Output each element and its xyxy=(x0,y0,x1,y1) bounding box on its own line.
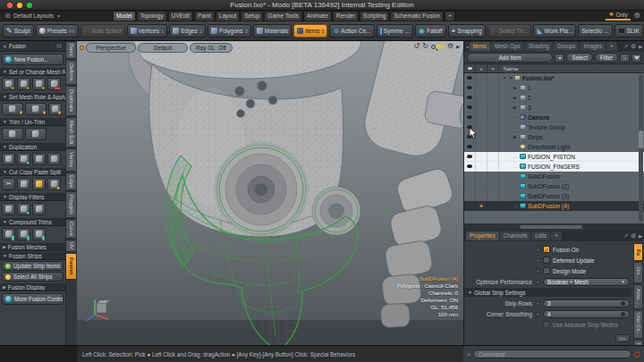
list-item[interactable]: ▶2 xyxy=(464,93,644,103)
key-icon[interactable] xyxy=(438,46,445,48)
symmetry-button[interactable]: Symme ... xyxy=(377,24,413,38)
expander-closed-icon[interactable]: ▶ xyxy=(513,85,518,90)
scrollbar-handle[interactable] xyxy=(639,130,643,148)
list-item[interactable]: ▶Strips xyxy=(464,132,644,142)
list-item[interactable]: ▶1 xyxy=(464,83,644,93)
vertices-mode-button[interactable]: Vertices1 xyxy=(127,24,167,38)
duplicate-a-button[interactable] xyxy=(2,153,15,165)
gear-icon[interactable]: ⚙ xyxy=(631,232,636,240)
list-item[interactable]: →SubDFusion (3) xyxy=(464,191,644,201)
tab-layout[interactable]: Layout xyxy=(216,11,241,21)
new-fusion-button[interactable]: New Fusion... xyxy=(2,54,64,65)
rail-tab-deform[interactable]: Deform xyxy=(66,60,77,85)
rail-tab-display[interactable]: Dis... xyxy=(633,262,643,283)
auto-select-button[interactable]: Auto Select xyxy=(80,24,125,38)
compound-b-button[interactable]: ▮ xyxy=(17,228,30,240)
list-item[interactable]: →Texture Group xyxy=(464,122,644,132)
visibility-eye-icon[interactable] xyxy=(464,162,476,171)
duplicate-b-button[interactable]: ● xyxy=(17,153,30,165)
tab-model[interactable]: Model xyxy=(113,11,136,21)
rail-tab-vertex[interactable]: Vertex xyxy=(66,148,77,172)
split-button[interactable]: ▸ xyxy=(47,178,61,190)
section-trim-untrim[interactable]: ▼Trim / Un-Trim xyxy=(0,117,65,126)
rail-tab-assembly[interactable]: Asse... xyxy=(633,284,643,309)
rail-tab-curve[interactable]: Curve xyxy=(66,219,77,239)
section-set-mesh-role-apply[interactable]: ▼Set Mesh Role & Apply xyxy=(0,92,65,101)
tab-mesh-ops[interactable]: Mesh Ops xyxy=(491,42,524,51)
filter-button[interactable]: Filter xyxy=(595,53,618,63)
close-window-icon[interactable] xyxy=(7,3,13,8)
rail-tab-fusion[interactable]: Fusion xyxy=(66,253,77,280)
visibility-eye-icon[interactable] xyxy=(464,73,476,82)
snapping-button[interactable]: +Snapping xyxy=(448,24,486,38)
tab-add-properties[interactable]: + xyxy=(551,232,562,240)
render-column-icon[interactable]: ▪ xyxy=(487,64,499,72)
tab-items[interactable]: Items xyxy=(470,42,490,51)
role-primary-add-button[interactable]: + xyxy=(2,78,15,90)
tab-channels[interactable]: Channels xyxy=(500,232,531,240)
tab-add-panel[interactable]: + xyxy=(606,42,617,51)
filter-funnel-button[interactable] xyxy=(631,54,641,63)
add-layer-icon[interactable]: + xyxy=(479,203,483,209)
section-cut-copy-paste-split[interactable]: ▼Cut Copy Paste Split xyxy=(0,167,65,176)
mini-slider-icon[interactable] xyxy=(621,301,625,306)
panel-scroll-left-icon[interactable]: ◂ xyxy=(466,44,469,49)
section-fusion-meshes[interactable]: ▶Fusion Meshes xyxy=(0,242,65,251)
items-mode-button[interactable]: Items5 xyxy=(293,24,327,38)
rail-tab-basic[interactable]: Basic xyxy=(66,41,77,59)
expand-arrow-icon[interactable]: ▶ xyxy=(456,43,460,50)
apply-primary-button[interactable]: ▾ xyxy=(2,103,23,115)
viewport-tab-default[interactable]: Default xyxy=(138,43,188,53)
fusion-on-checkbox[interactable]: ✓ xyxy=(543,246,550,253)
tab-schematic-fusion[interactable]: Schematic Fusion xyxy=(390,11,444,21)
presets-button[interactable]: PresetsF6 xyxy=(36,24,79,38)
list-item-current[interactable]: + →SubDFusion (4) xyxy=(464,201,644,211)
filter-a-button[interactable] xyxy=(2,203,15,215)
scrollbar-handle[interactable] xyxy=(520,225,582,229)
tab-groups[interactable]: Groups xyxy=(554,42,580,51)
zoom-icon[interactable] xyxy=(431,45,436,49)
add-item-dropdown[interactable]: Add Item xyxy=(467,53,553,63)
duplicate-d-button[interactable] xyxy=(47,153,61,165)
viewport-tab-raygl[interactable]: Ray GL: Off xyxy=(190,43,233,53)
section-compound-trims[interactable]: ▼Compound Trims xyxy=(0,217,65,226)
channel-dot-icon[interactable] xyxy=(536,269,540,274)
untrim-button[interactable] xyxy=(25,128,47,140)
add-item-caret[interactable]: ▾ xyxy=(555,54,564,63)
tab-animate[interactable]: Animate xyxy=(303,11,332,21)
tab-topology[interactable]: Topology xyxy=(137,11,167,21)
rail-tab-uv[interactable]: UV xyxy=(66,240,77,252)
cut-button[interactable]: ✂ xyxy=(2,178,15,190)
apply-intersect-button[interactable]: ▾ xyxy=(48,103,62,115)
expander-open-icon[interactable]: ▼ xyxy=(502,75,507,80)
panel-arrow-icon[interactable]: ▶ xyxy=(639,44,642,49)
more-fusion-controls-button[interactable]: More Fusion Controls... xyxy=(2,293,64,305)
visibility-eye-icon[interactable] xyxy=(464,83,476,92)
role-remove-button[interactable]: ▬ xyxy=(47,78,61,90)
list-item[interactable]: ▶3 xyxy=(464,103,644,113)
orbit-right-icon[interactable]: ↻ xyxy=(422,43,428,50)
rail-tab-polygon[interactable]: Polygon xyxy=(66,191,77,218)
viewport-tab-perspective[interactable]: Perspective xyxy=(86,43,136,53)
design-mode-checkbox[interactable] xyxy=(543,267,550,274)
materials-mode-button[interactable]: Materials xyxy=(253,24,292,38)
gear-icon[interactable]: ⚙ xyxy=(631,43,636,50)
visibility-eye-icon[interactable] xyxy=(464,103,476,112)
tab-shading[interactable]: Shading xyxy=(525,42,553,51)
tab-uvedit[interactable]: UVEdit xyxy=(168,11,193,21)
strip-rows-input[interactable]: 3 xyxy=(543,299,630,307)
tab-scripting[interactable]: Scripting xyxy=(360,11,389,21)
channel-dot-icon[interactable] xyxy=(536,248,540,252)
duplicate-c-button[interactable] xyxy=(32,153,46,165)
list-item[interactable]: →SubDFusion (2) xyxy=(464,181,644,191)
polygons-mode-button[interactable]: Polygons3 xyxy=(208,24,251,38)
channel-dot-icon[interactable] xyxy=(536,258,540,263)
gear-icon[interactable]: ⚙ xyxy=(447,43,453,50)
tab-properties[interactable]: Properties xyxy=(466,232,499,240)
expander-closed-icon[interactable]: ▶ xyxy=(513,134,518,139)
list-item[interactable]: →Camera xyxy=(464,113,644,122)
optimize-performance-dropdown[interactable]: Boolean + Mesh ▼ xyxy=(543,278,630,286)
window-controls[interactable] xyxy=(7,3,32,8)
section-fusion-strips[interactable]: ▼Fusion Strips xyxy=(0,251,65,260)
falloff-button[interactable]: ◉Falloff xyxy=(415,24,446,38)
